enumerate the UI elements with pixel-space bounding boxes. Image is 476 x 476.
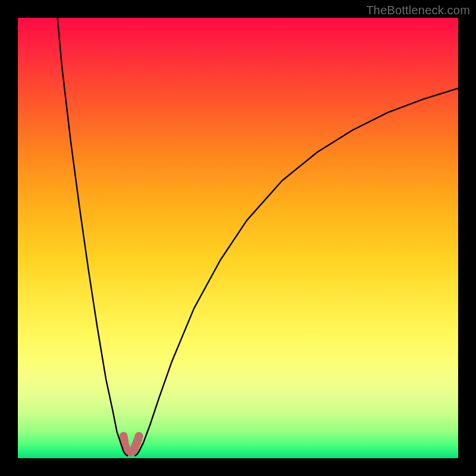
chart-plot-area	[18, 18, 458, 458]
right-branch-curve	[134, 88, 458, 456]
chart-svg	[18, 18, 458, 458]
min-marker-curve	[124, 436, 139, 452]
left-branch-curve	[58, 18, 128, 456]
watermark-text: TheBottleneck.com	[366, 4, 470, 17]
